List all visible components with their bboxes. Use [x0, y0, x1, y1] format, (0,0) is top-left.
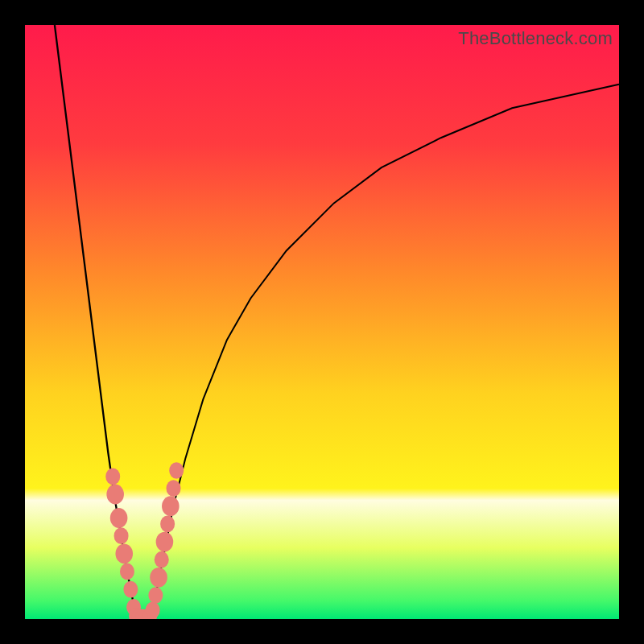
- data-marker: [123, 581, 138, 598]
- data-marker: [146, 602, 160, 619]
- data-marker: [106, 485, 124, 505]
- data-marker: [167, 480, 181, 497]
- data-marker: [120, 564, 134, 580]
- curve-layer: [25, 25, 619, 619]
- data-marker: [115, 543, 133, 564]
- plot-area: TheBottleneck.com: [25, 25, 619, 619]
- marker-group: [105, 462, 184, 619]
- data-marker: [169, 462, 184, 479]
- data-marker: [162, 496, 180, 516]
- data-marker: [150, 568, 167, 588]
- data-marker: [148, 587, 163, 604]
- data-marker: [156, 532, 174, 552]
- data-marker: [114, 527, 129, 544]
- data-marker: [155, 551, 169, 568]
- data-marker: [160, 516, 175, 533]
- data-marker: [110, 508, 128, 528]
- curve-right-branch: [151, 85, 619, 619]
- chart-frame: TheBottleneck.com: [0, 0, 644, 644]
- data-marker: [105, 469, 120, 485]
